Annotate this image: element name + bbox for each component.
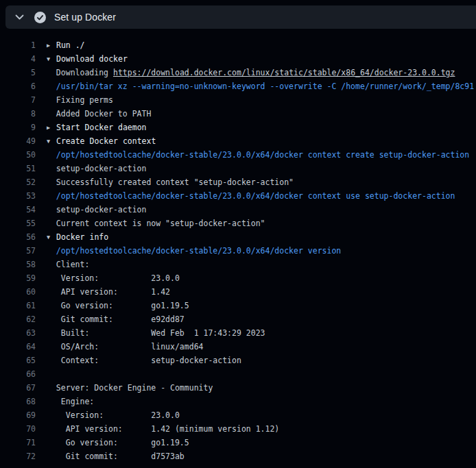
line-number[interactable]: 64 [0,340,36,354]
line-number[interactable]: 56 [0,230,36,244]
line-number[interactable]: 8 [0,107,36,121]
line-content: /usr/bin/tar xz --warning=no-unknown-key… [47,79,474,93]
line-content: Go version: go1.19.5 [47,436,189,449]
line-number[interactable]: 4 [0,52,36,66]
line-number[interactable]: 61 [0,299,36,312]
log-line: 63 Built: Wed Feb 1 17:43:29 2023 [0,326,476,340]
log-link[interactable]: https://download.docker.com/linux/static… [113,68,455,77]
line-number[interactable]: 6 [0,79,36,93]
group-title: Create Docker context [56,136,156,146]
log-output: 1▶Run ./4▼Download docker5 Downloading h… [0,29,476,463]
log-line: 6 /usr/bin/tar xz --warning=no-unknown-k… [0,79,476,93]
line-number[interactable]: 49 [0,134,36,148]
command-text: /usr/bin/tar xz --warning=no-unknown-key… [56,82,474,91]
log-line: 52 Successfully created context "setup-d… [0,175,476,189]
line-number[interactable]: 9 [0,121,36,134]
line-number[interactable]: 58 [0,258,36,271]
line-number[interactable]: 69 [0,408,36,422]
log-text: Go version: go1.19.5 [56,301,189,310]
log-group-header[interactable]: 9▶Start Docker daemon [0,121,476,134]
log-text: OS/Arch: linux/amd64 [56,342,204,352]
line-content: Context: setup-docker-action [47,354,241,367]
collapse-step-button[interactable] [11,9,27,25]
command-text: /opt/hostedtoolcache/docker-stable/23.0.… [56,150,469,160]
group-title: Download docker [56,54,128,64]
log-text: Git commit: e92dd87 [56,315,185,324]
log-group-header[interactable]: 4▼Download docker [0,52,476,66]
line-number[interactable]: 62 [0,312,36,326]
log-line: 71 Go version: go1.19.5 [0,436,476,449]
line-content: Current context is now "setup-docker-act… [47,217,265,230]
log-text: API version: 1.42 [56,287,170,297]
group-expanded-icon[interactable]: ▼ [47,52,56,66]
group-expanded-icon[interactable]: ▼ [47,230,56,244]
log-text: Built: Wed Feb 1 17:43:29 2023 [56,328,265,338]
step-header[interactable]: Set up Docker [5,5,476,29]
line-content: ▼Create Docker context [47,134,156,148]
line-number[interactable]: 53 [0,189,36,203]
log-text: Engine: [56,397,94,406]
group-title: Start Docker daemon [56,123,147,132]
log-group-header[interactable]: 56▼Docker info [0,230,476,244]
log-text: setup-docker-action [56,205,147,214]
line-number[interactable]: 68 [0,395,36,408]
log-line: 53 /opt/hostedtoolcache/docker-stable/23… [0,189,476,203]
line-content: Client: [47,258,89,271]
chevron-down-icon [15,14,24,20]
log-text: Downloading [56,68,113,77]
log-line: 72 Git commit: d7573ab [0,449,476,463]
log-line: 8 Added Docker to PATH [0,107,476,121]
line-number[interactable]: 57 [0,244,36,258]
line-content: ▼Docker info [47,230,108,244]
group-collapsed-icon[interactable]: ▶ [47,38,56,52]
log-line: 51 setup-docker-action [0,162,476,175]
log-text: Go version: go1.19.5 [56,438,189,447]
line-number[interactable]: 7 [0,93,36,107]
line-number[interactable]: 59 [0,271,36,285]
line-number[interactable]: 51 [0,162,36,175]
line-content: Downloading https://download.docker.com/… [47,66,455,79]
group-title: Docker info [56,232,108,242]
line-number[interactable]: 72 [0,449,36,463]
line-content: ▼Download docker [47,52,128,66]
line-content: ▶Start Docker daemon [47,121,147,134]
command-text: /opt/hostedtoolcache/docker-stable/23.0.… [56,191,455,201]
line-content: Engine: [47,395,94,408]
line-number[interactable]: 1 [0,38,36,52]
log-text: Successfully created context "setup-dock… [56,177,294,187]
line-content: Version: 23.0.0 [47,271,180,285]
group-expanded-icon[interactable]: ▼ [47,134,56,148]
log-text: Current context is now "setup-docker-act… [56,219,265,228]
log-line: 64 OS/Arch: linux/amd64 [0,340,476,354]
line-content: Server: Docker Engine - Community [47,381,213,395]
line-number[interactable]: 63 [0,326,36,340]
line-number[interactable]: 5 [0,66,36,79]
log-line: 62 Git commit: e92dd87 [0,312,476,326]
log-line: 70 API version: 1.42 (minimum version 1.… [0,422,476,436]
line-number[interactable]: 70 [0,422,36,436]
log-line: 69 Version: 23.0.0 [0,408,476,422]
line-content: Successfully created context "setup-dock… [47,175,294,189]
log-line: 55 Current context is now "setup-docker-… [0,217,476,230]
line-number[interactable]: 66 [0,367,36,381]
line-number[interactable]: 65 [0,354,36,367]
log-line: 7 Fixing perms [0,93,476,107]
line-number[interactable]: 67 [0,381,36,395]
step-title: Set up Docker [54,12,116,23]
line-number[interactable]: 52 [0,175,36,189]
log-line: 68 Engine: [0,395,476,408]
group-collapsed-icon[interactable]: ▶ [47,121,56,134]
command-text: /opt/hostedtoolcache/docker-stable/23.0.… [56,246,341,256]
log-group-header[interactable]: 49▼Create Docker context [0,134,476,148]
log-line: 59 Version: 23.0.0 [0,271,476,285]
line-number[interactable]: 54 [0,203,36,217]
log-text: Fixing perms [56,95,113,105]
line-content: Version: 23.0.0 [47,408,180,422]
line-number[interactable]: 50 [0,148,36,162]
line-number[interactable]: 71 [0,436,36,449]
line-number[interactable]: 60 [0,285,36,299]
line-number[interactable]: 55 [0,217,36,230]
line-content: Added Docker to PATH [47,107,151,121]
log-text: Added Docker to PATH [56,109,151,119]
log-group-header[interactable]: 1▶Run ./ [0,38,476,52]
